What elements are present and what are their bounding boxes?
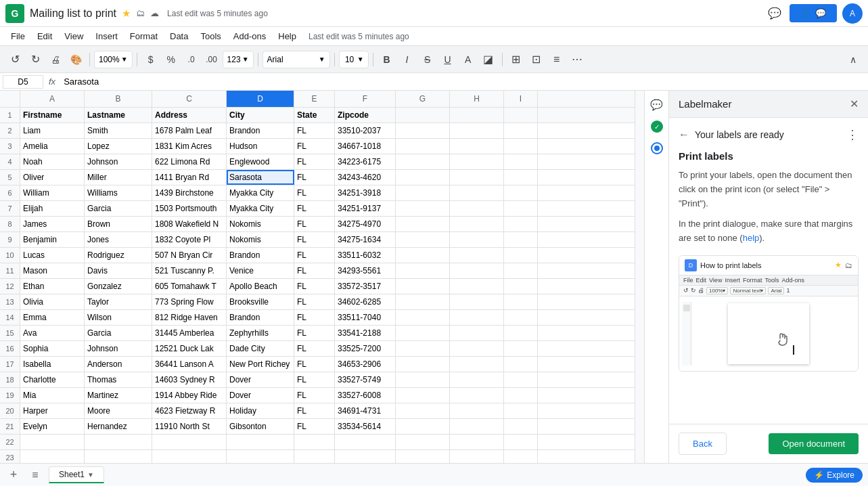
row-num[interactable]: 15 (0, 326, 20, 340)
cell-e15[interactable]: FL (294, 326, 335, 340)
comments-icon[interactable]: 💬 (765, 4, 784, 23)
cell-i22[interactable] (504, 435, 538, 449)
cell-i5[interactable] (504, 170, 538, 185)
cell-c1[interactable]: Address (152, 108, 227, 123)
col-header-f[interactable]: F (335, 91, 396, 107)
cell-reference[interactable] (3, 75, 43, 89)
open-document-button[interactable]: Open document (769, 433, 859, 454)
cell-i1[interactable] (504, 108, 538, 123)
cell-e9[interactable]: FL (294, 232, 335, 247)
cell-h7[interactable] (450, 201, 504, 216)
row-num[interactable]: 18 (0, 372, 20, 387)
cell-h2[interactable] (450, 123, 504, 138)
currency-button[interactable]: $ (141, 50, 160, 69)
col-header-i[interactable]: I (504, 91, 538, 107)
cell-a10[interactable]: Lucas (20, 248, 85, 263)
row-num[interactable]: 13 (0, 294, 20, 309)
cell-f19[interactable]: 33527-6008 (335, 388, 396, 403)
cell-c12[interactable]: 605 Tomahawk T (152, 279, 227, 294)
cell-g21[interactable] (396, 419, 450, 434)
cell-e7[interactable]: FL (294, 201, 335, 216)
row-num[interactable]: 12 (0, 279, 20, 294)
cell-f3[interactable]: 34667-1018 (335, 139, 396, 154)
cell-b6[interactable]: Williams (85, 185, 152, 200)
cell-c11[interactable]: 521 Tuscanny P. (152, 263, 227, 278)
collapse-toolbar-button[interactable]: ∧ (844, 50, 863, 69)
cell-f6[interactable]: 34251-3918 (335, 185, 396, 200)
cell-a11[interactable]: Mason (20, 263, 85, 278)
cell-h8[interactable] (450, 217, 504, 231)
col-header-a[interactable]: A (20, 91, 85, 107)
cell-c17[interactable]: 36441 Lanson A (152, 357, 227, 372)
cell-d23[interactable] (227, 450, 294, 463)
cell-c3[interactable]: 1831 Kim Acres (152, 139, 227, 154)
cell-b17[interactable]: Anderson (85, 357, 152, 372)
cell-b15[interactable]: Garcia (85, 326, 152, 340)
cell-i2[interactable] (504, 123, 538, 138)
cell-i6[interactable] (504, 185, 538, 200)
cell-a8[interactable]: James (20, 217, 85, 231)
cell-h18[interactable] (450, 372, 504, 387)
row-num[interactable]: 10 (0, 248, 20, 263)
cell-c15[interactable]: 31445 Amberlea (152, 326, 227, 340)
cell-g8[interactable] (396, 217, 450, 231)
cell-d16[interactable]: Dade City (227, 341, 294, 356)
cell-e10[interactable]: FL (294, 248, 335, 263)
cell-b2[interactable]: Smith (85, 123, 152, 138)
cell-a18[interactable]: Charlotte (20, 372, 85, 387)
menu-insert[interactable]: Insert (90, 30, 123, 43)
col-header-c[interactable]: C (152, 91, 227, 107)
cell-a4[interactable]: Noah (20, 154, 85, 169)
font-size-dropdown[interactable]: 10 ▼ (339, 51, 369, 68)
formula-input[interactable] (61, 76, 865, 87)
cell-e13[interactable]: FL (294, 294, 335, 309)
cell-e3[interactable]: FL (294, 139, 335, 154)
percent-button[interactable]: % (162, 50, 181, 69)
cell-g20[interactable] (396, 403, 450, 418)
circle-icon[interactable] (648, 139, 666, 157)
cell-f18[interactable]: 33527-5749 (335, 372, 396, 387)
cell-g11[interactable] (396, 263, 450, 278)
cell-f2[interactable]: 33510-2037 (335, 123, 396, 138)
cell-a22[interactable] (20, 435, 85, 449)
cell-f7[interactable]: 34251-9137 (335, 201, 396, 216)
align-button[interactable]: ≡ (547, 50, 566, 69)
cell-i9[interactable] (504, 232, 538, 247)
cell-d2[interactable]: Brandon (227, 123, 294, 138)
cell-a9[interactable]: Benjamin (20, 232, 85, 247)
cell-a23[interactable] (20, 450, 85, 463)
font-dropdown[interactable]: Arial ▼ (262, 51, 330, 68)
format-paint-button[interactable]: 🎨 (66, 50, 85, 69)
back-button[interactable]: Back (679, 433, 727, 455)
row-num[interactable]: 11 (0, 263, 20, 278)
cell-a1[interactable]: Firstname (20, 108, 85, 123)
menu-file[interactable]: File (5, 30, 30, 43)
cell-i19[interactable] (504, 388, 538, 403)
cell-f1[interactable]: Zipcode (335, 108, 396, 123)
help-link[interactable]: help (743, 233, 760, 243)
row-num-1[interactable]: 1 (0, 108, 20, 123)
cell-i3[interactable] (504, 139, 538, 154)
row-num[interactable]: 2 (0, 123, 20, 138)
cell-g1[interactable] (396, 108, 450, 123)
cell-h12[interactable] (450, 279, 504, 294)
cell-i7[interactable] (504, 201, 538, 216)
cell-d6[interactable]: Myakka City (227, 185, 294, 200)
cell-d7[interactable]: Myakka City (227, 201, 294, 216)
cell-d1[interactable]: City (227, 108, 294, 123)
row-num[interactable]: 5 (0, 170, 20, 185)
cell-a16[interactable]: Sophia (20, 341, 85, 356)
row-num[interactable]: 3 (0, 139, 20, 154)
menu-format[interactable]: Format (124, 30, 163, 43)
cell-h11[interactable] (450, 263, 504, 278)
cell-e1[interactable]: State (294, 108, 335, 123)
italic-button[interactable]: I (398, 50, 417, 69)
cell-f20[interactable]: 34691-4731 (335, 403, 396, 418)
cell-g3[interactable] (396, 139, 450, 154)
cell-i4[interactable] (504, 154, 538, 169)
cell-d11[interactable]: Venice (227, 263, 294, 278)
cell-b20[interactable]: Moore (85, 403, 152, 418)
cell-b11[interactable]: Davis (85, 263, 152, 278)
cell-b21[interactable]: Hernandez (85, 419, 152, 434)
cell-a19[interactable]: Mia (20, 388, 85, 403)
